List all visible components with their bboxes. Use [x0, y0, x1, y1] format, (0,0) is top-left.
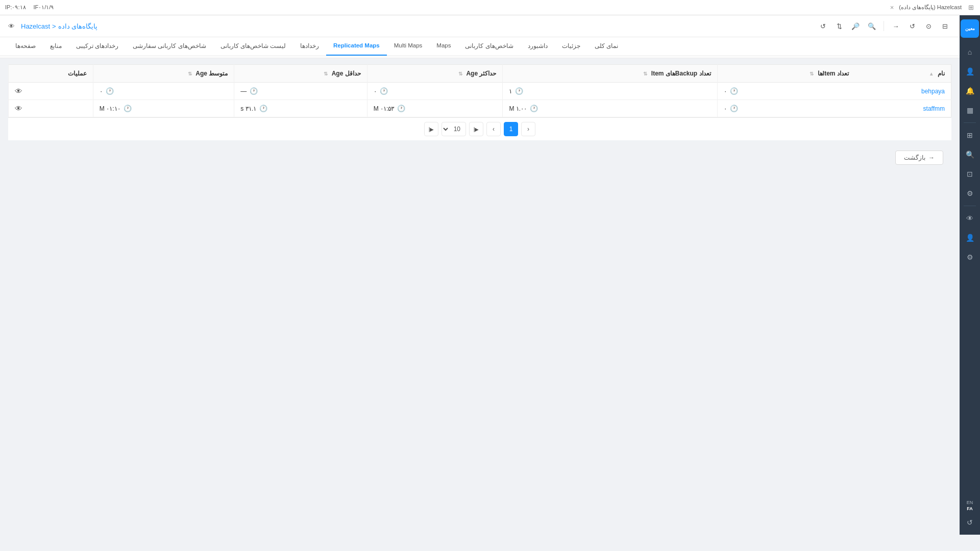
cell-operations-1: 👁 — [9, 100, 93, 117]
header-eye-icon[interactable]: 👁 — [8, 22, 15, 30]
zoom-icon: 🔎 — [851, 22, 860, 30]
toolbar-collapse-btn[interactable]: ⊟ — [938, 19, 951, 33]
cell-backup-items-0: 🕐۱ — [503, 83, 717, 100]
nav-tab-صفحه‌ها[interactable]: صفحه‌ها — [8, 37, 43, 56]
sidebar-item-bottom[interactable]: ↺ — [962, 514, 978, 531]
toolbar-sort-btn[interactable]: ⇅ — [832, 19, 846, 33]
settings-icon: ⚙ — [967, 189, 973, 197]
item-count-value: ۰ — [724, 105, 727, 112]
sidebar-item-home[interactable]: ⌂ — [962, 44, 978, 60]
sidebar-item-user[interactable]: 👤 — [962, 63, 978, 80]
header-tools: ⊟ ⊙ ↺ → 🔍 🔎 ⇅ — [816, 19, 951, 33]
content-area: ⊟ ⊙ ↺ → 🔍 🔎 ⇅ — [0, 15, 960, 535]
col-header-item_count[interactable]: تعداد Item‌ها ⇅ — [717, 65, 855, 83]
back-button-area: → بازگشت — [8, 144, 951, 171]
sidebar-item-bell[interactable]: 🔔 — [962, 83, 978, 99]
clock-icon: 🕐 — [106, 87, 114, 95]
last-goto-btn[interactable]: ▶| — [424, 122, 438, 136]
sort-icon: ⇅ — [810, 71, 814, 77]
sidebar-item-person[interactable]: 👤 — [962, 230, 978, 246]
col-header-max_age[interactable]: حداکثر Age ⇅ — [367, 65, 503, 83]
breadcrumb-link[interactable]: Hazelcast — [21, 22, 50, 30]
refresh-icon: ↺ — [967, 518, 973, 527]
sidebar-item-gear[interactable]: ⚙ — [962, 249, 978, 265]
col-header-min_age[interactable]: حداقل Age ⇅ — [234, 65, 367, 83]
toolbar-refresh-btn[interactable]: ↺ — [816, 19, 829, 33]
row-name-link[interactable]: staffmm — [923, 105, 945, 112]
nav-tab-رخدادها[interactable]: رخدادها — [293, 37, 326, 56]
nav-tab-شاخص‌های-کاربانی[interactable]: شاخص‌های کاربانی — [458, 37, 520, 56]
col-header-avg_age[interactable]: متوسط Age ⇅ — [93, 65, 234, 83]
current-page-btn[interactable]: 1 — [504, 122, 518, 136]
eye-icon-sidebar: 👁 — [966, 214, 973, 222]
nav-tab-نمای-کلی[interactable]: نمای کلی — [587, 37, 625, 56]
row-name-link[interactable]: behpaya — [921, 88, 945, 95]
clock-icon: 🕐 — [259, 105, 267, 112]
refresh-small-icon: ↺ — [820, 22, 826, 30]
cell-operations-0: 👁 — [9, 83, 93, 100]
sidebar-item-grid[interactable]: ⊞ — [962, 127, 978, 143]
nav-tab-Maps[interactable]: Maps — [429, 37, 458, 56]
item-count-value: ۰ — [724, 88, 727, 95]
tab-label: Hazelcast (پایگاه‌های داده) — [899, 4, 962, 11]
cell-item-count-0: 🕐۰ — [717, 83, 855, 100]
toolbar-search-btn[interactable]: 🔍 — [865, 19, 878, 33]
replicated-maps-table: نام ▲تعداد Item‌ها ⇅تعداد Backup‌های Ite… — [8, 64, 951, 117]
col-header-name[interactable]: نام ▲ — [855, 65, 951, 83]
person-icon: 👤 — [966, 234, 974, 242]
clock-icon: 🕐 — [730, 105, 738, 112]
nav-tab-Replicated-Maps[interactable]: Replicated Maps — [326, 37, 387, 56]
col-header-backup_items[interactable]: تعداد Backup‌های Item ⇅ — [503, 65, 717, 83]
cell-name-0[interactable]: behpaya — [855, 83, 951, 100]
cell-name-1[interactable]: staffmm — [855, 100, 951, 117]
cell-avg-age-0: 🕐۰ — [93, 83, 234, 100]
nav-tab-جزئیات[interactable]: جزئیات — [555, 37, 587, 56]
grid-icon: ⊞ — [967, 131, 973, 139]
back-label: بازگشت — [904, 154, 925, 161]
prev-page-btn[interactable]: ‹ — [521, 122, 535, 136]
sidebar-item-eye[interactable]: 👁 — [962, 210, 978, 227]
cell-item-count-1: 🕐۰ — [717, 100, 855, 117]
sidebar-item-database[interactable]: ▦ — [962, 102, 978, 118]
nav-tab-داشبورد[interactable]: داشبورد — [521, 37, 555, 56]
page-size-select[interactable]: 10 20 50 — [442, 122, 466, 136]
breadcrumb-home: پایگاه‌های داده — [58, 22, 98, 30]
ip-text: IP:۰۹:۱۸ — [5, 4, 26, 11]
cell-min-age-1: 🕐۳۱.۱ s — [234, 100, 367, 117]
clock-icon: 🕐 — [515, 87, 523, 95]
nav-tab-شاخص‌های-کاربانی-سفارشی[interactable]: شاخص‌های کاربانی سفارشی — [126, 37, 213, 56]
table-row: behpaya🕐۰🕐۱🕐۰🕐—🕐۰👁 — [9, 83, 951, 100]
toolbar-divider — [884, 21, 884, 31]
tab-close-icon[interactable]: × — [890, 4, 894, 11]
toolbar-forward-btn[interactable]: → — [889, 19, 902, 33]
clock-icon: 🕐 — [124, 105, 132, 112]
back-button[interactable]: → بازگشت — [895, 151, 943, 165]
lang-en[interactable]: EN — [967, 500, 973, 505]
toolbar-sync-btn[interactable]: ↺ — [905, 19, 919, 33]
user-icon: 👤 — [966, 67, 974, 76]
nav-tab-منابع[interactable]: منابع — [43, 37, 69, 56]
home-icon: ⌂ — [968, 48, 972, 56]
row-eye-icon[interactable]: 👁 — [15, 104, 22, 113]
bell-icon: 🔔 — [966, 87, 974, 95]
circle-icon: ⊙ — [926, 22, 932, 30]
top-bar: ⊞ Hazelcast (پایگاه‌های داده) × IF۰۱/۱/۹… — [0, 0, 980, 15]
nav-tab-رخدادهای-ترکیبی[interactable]: رخدادهای ترکیبی — [69, 37, 126, 56]
app-logo[interactable]: معین — [961, 19, 979, 38]
cell-max-age-0: 🕐۰ — [367, 83, 503, 100]
toolbar-zoom-btn[interactable]: 🔎 — [849, 19, 862, 33]
sidebar-item-bookmark[interactable]: ⊡ — [962, 166, 978, 182]
lang-fa[interactable]: FA — [967, 506, 973, 511]
sidebar-item-settings[interactable]: ⚙ — [962, 185, 978, 202]
row-eye-icon[interactable]: 👁 — [15, 87, 22, 95]
forward-icon: → — [893, 22, 899, 30]
sort-icon: ⇅ — [324, 71, 328, 77]
sidebar-item-search[interactable]: 🔍 — [962, 146, 978, 163]
nav-tab-Multi-Maps[interactable]: Multi Maps — [387, 37, 430, 56]
pagination: ‹ 1 › ▶| 10 20 50 ▶| — [8, 117, 951, 140]
breadcrumb-sep: < — [52, 22, 56, 30]
next-page-btn[interactable]: › — [486, 122, 501, 136]
toolbar-circle-btn[interactable]: ⊙ — [922, 19, 935, 33]
nav-tab-لیست-شاخص‌های-کاربانی[interactable]: لیست شاخص‌های کاربانی — [213, 37, 293, 56]
last-page-btn[interactable]: ▶| — [469, 122, 483, 136]
